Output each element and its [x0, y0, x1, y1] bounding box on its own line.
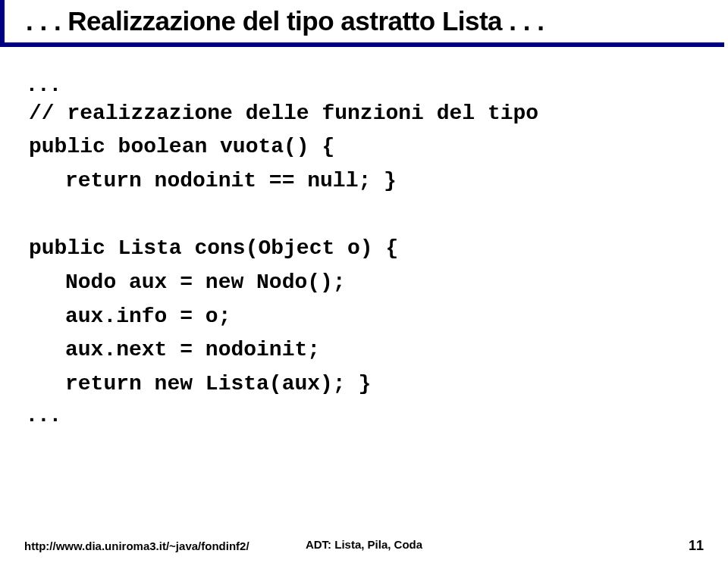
- code-line-3: return nodoinit == null; }: [65, 164, 728, 199]
- code-line-1: // realizzazione delle funzioni del tipo: [29, 97, 728, 131]
- blank-line: [29, 199, 728, 232]
- code-dots-top: . . .: [29, 71, 728, 97]
- code-line-2: public boolean vuota() {: [29, 130, 728, 164]
- footer: http://www.dia.uniroma3.it/~java/fondinf…: [0, 538, 728, 554]
- footer-url: http://www.dia.uniroma3.it/~java/fondinf…: [24, 539, 249, 552]
- code-line-7: aux.next = nodoinit;: [65, 333, 728, 367]
- title-container: . . . Realizzazione del tipo astratto Li…: [0, 0, 724, 47]
- code-line-5: Nodo aux = new Nodo();: [65, 266, 728, 300]
- code-line-8: return new Lista(aux); }: [65, 367, 728, 402]
- code-line-4: public Lista cons(Object o) {: [29, 232, 728, 266]
- code-block: . . . // realizzazione delle funzioni de…: [29, 71, 728, 427]
- footer-topic: ADT: Lista, Pila, Coda: [306, 538, 422, 551]
- slide: . . . Realizzazione del tipo astratto Li…: [0, 0, 728, 566]
- code-line-6: aux.info = o;: [65, 300, 728, 334]
- code-dots-bottom: . . .: [29, 402, 728, 427]
- page-number: 11: [689, 538, 704, 554]
- slide-title: . . . Realizzazione del tipo astratto Li…: [26, 6, 724, 36]
